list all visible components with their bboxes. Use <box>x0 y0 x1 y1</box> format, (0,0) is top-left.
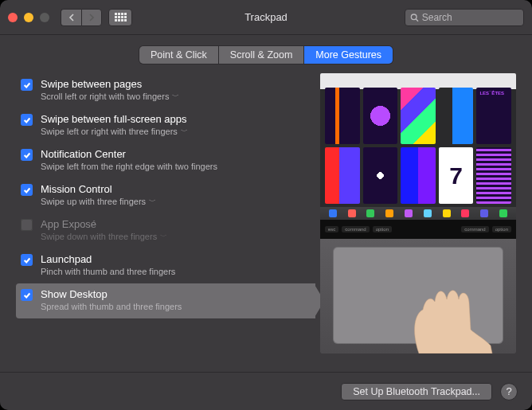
preview-trackpad <box>320 239 516 353</box>
search-field[interactable] <box>405 9 524 26</box>
option-title: Show Desktop <box>41 288 182 301</box>
gesture-preview: esc command option command option <box>320 73 516 353</box>
option-title: Swipe between pages <box>41 78 179 91</box>
option-swipe-between-pages[interactable]: Swipe between pagesScroll left or right … <box>16 73 315 108</box>
option-desc: Pinch with thumb and three fingers <box>41 266 175 277</box>
search-icon <box>410 13 419 22</box>
preferences-window: Trackpad Point & ClickScroll & ZoomMore … <box>0 0 532 410</box>
tab-more-gestures[interactable]: More Gestures <box>304 46 393 64</box>
option-title: Mission Control <box>41 183 156 196</box>
option-title: App Exposé <box>41 218 167 231</box>
checkbox-launchpad[interactable] <box>21 254 33 266</box>
option-desc: Spread with thumb and three fingers <box>41 301 182 312</box>
checkbox-swipe-between-pages[interactable] <box>21 79 33 91</box>
option-notification-center[interactable]: Notification CenterSwipe left from the r… <box>16 143 315 178</box>
traffic-lights <box>8 13 49 22</box>
chevron-down-icon: ﹀ <box>172 91 179 102</box>
chevron-down-icon: ﹀ <box>149 196 156 207</box>
checkbox-show-desktop[interactable] <box>21 289 33 301</box>
option-desc: Swipe left from the right edge with two … <box>41 161 217 172</box>
content-area: Swipe between pagesScroll left or right … <box>0 73 532 372</box>
option-launchpad[interactable]: LaunchpadPinch with thumb and three fing… <box>16 248 315 283</box>
option-show-desktop[interactable]: Show DesktopSpread with thumb and three … <box>16 283 315 318</box>
forward-button[interactable] <box>81 9 102 26</box>
chevron-down-icon: ﹀ <box>181 126 188 137</box>
chevron-down-icon: ﹀ <box>160 231 167 242</box>
grid-icon <box>115 13 127 21</box>
footer: Set Up Bluetooth Trackpad... ? <box>0 372 532 410</box>
checkbox-mission-control[interactable] <box>21 184 33 196</box>
close-button[interactable] <box>8 13 18 22</box>
option-desc[interactable]: Scroll left or right with two fingers﹀ <box>41 91 179 102</box>
back-button[interactable] <box>61 9 81 26</box>
option-desc[interactable]: Swipe down with three fingers﹀ <box>41 231 167 242</box>
window-title: Trackpad <box>244 11 288 23</box>
option-mission-control[interactable]: Mission ControlSwipe up with three finge… <box>16 178 315 213</box>
nav-buttons <box>61 9 102 26</box>
option-swipe-between-full-screen-apps[interactable]: Swipe between full-screen appsSwipe left… <box>16 108 315 143</box>
zoom-button[interactable] <box>40 13 49 22</box>
option-app-expos-[interactable]: App ExposéSwipe down with three fingers﹀ <box>16 213 315 248</box>
option-title: Notification Center <box>41 148 217 161</box>
titlebar: Trackpad <box>0 0 532 35</box>
checkbox-notification-center[interactable] <box>21 149 33 161</box>
hand-icon <box>387 266 507 353</box>
tab-bar: Point & ClickScroll & ZoomMore Gestures <box>0 35 532 73</box>
svg-line-1 <box>416 19 418 21</box>
option-title: Launchpad <box>41 253 175 266</box>
preview-screen <box>320 73 516 207</box>
preview-dock <box>320 207 516 220</box>
setup-bluetooth-button[interactable]: Set Up Bluetooth Trackpad... <box>341 383 492 400</box>
checkbox-app-expos-[interactable] <box>21 219 33 231</box>
tab-point-click[interactable]: Point & Click <box>139 46 219 64</box>
minimize-button[interactable] <box>24 13 33 22</box>
option-desc[interactable]: Swipe left or right with three fingers﹀ <box>41 126 188 137</box>
search-input[interactable] <box>422 12 518 23</box>
options-list: Swipe between pagesScroll left or right … <box>16 73 315 364</box>
checkbox-swipe-between-full-screen-apps[interactable] <box>21 114 33 126</box>
help-button[interactable]: ? <box>500 383 518 400</box>
svg-point-0 <box>411 14 417 19</box>
tab-scroll-zoom[interactable]: Scroll & Zoom <box>219 46 305 64</box>
preview-touchbar: esc command option command option <box>320 220 516 239</box>
option-desc[interactable]: Swipe up with three fingers﹀ <box>41 196 156 207</box>
show-all-button[interactable] <box>108 9 132 26</box>
option-title: Swipe between full-screen apps <box>41 113 188 126</box>
